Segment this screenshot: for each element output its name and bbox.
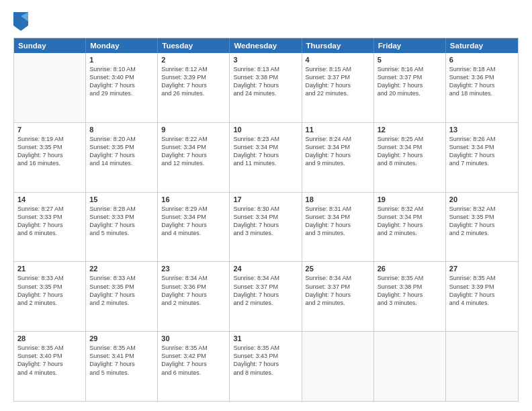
calendar-row-4: 28Sunrise: 8:35 AM Sunset: 3:40 PM Dayli… bbox=[14, 331, 518, 401]
cell-text: Sunrise: 8:35 AM Sunset: 3:40 PM Dayligh… bbox=[17, 344, 82, 377]
day-number: 3 bbox=[233, 56, 298, 64]
cell-text: Sunrise: 8:31 AM Sunset: 3:34 PM Dayligh… bbox=[306, 205, 370, 238]
header-day-friday: Friday bbox=[374, 38, 446, 53]
page: SundayMondayTuesdayWednesdayThursdayFrid… bbox=[0, 0, 532, 411]
day-number: 6 bbox=[449, 56, 515, 64]
cell-text: Sunrise: 8:34 AM Sunset: 3:36 PM Dayligh… bbox=[161, 274, 226, 307]
cell-text: Sunrise: 8:12 AM Sunset: 3:39 PM Dayligh… bbox=[161, 65, 226, 98]
calendar-row-0: 1Sunrise: 8:10 AM Sunset: 3:40 PM Daylig… bbox=[14, 53, 518, 122]
cell-text: Sunrise: 8:22 AM Sunset: 3:34 PM Dayligh… bbox=[161, 135, 226, 168]
cal-cell: 29Sunrise: 8:35 AM Sunset: 3:41 PM Dayli… bbox=[86, 332, 158, 401]
day-number: 1 bbox=[89, 56, 154, 64]
cell-text: Sunrise: 8:16 AM Sunset: 3:37 PM Dayligh… bbox=[378, 65, 442, 98]
cell-text: Sunrise: 8:15 AM Sunset: 3:37 PM Dayligh… bbox=[306, 65, 370, 98]
day-number: 9 bbox=[161, 126, 226, 134]
cell-text: Sunrise: 8:35 AM Sunset: 3:38 PM Dayligh… bbox=[378, 274, 442, 307]
day-number: 15 bbox=[89, 195, 154, 203]
cal-cell: 8Sunrise: 8:20 AM Sunset: 3:35 PM Daylig… bbox=[86, 123, 158, 192]
day-number: 10 bbox=[233, 126, 298, 134]
cal-cell: 11Sunrise: 8:24 AM Sunset: 3:34 PM Dayli… bbox=[302, 123, 374, 192]
cal-cell: 3Sunrise: 8:13 AM Sunset: 3:38 PM Daylig… bbox=[230, 53, 302, 122]
cell-text: Sunrise: 8:23 AM Sunset: 3:34 PM Dayligh… bbox=[233, 135, 298, 168]
cal-cell: 30Sunrise: 8:35 AM Sunset: 3:42 PM Dayli… bbox=[158, 332, 230, 401]
day-number: 16 bbox=[161, 195, 226, 203]
day-number: 11 bbox=[306, 126, 370, 134]
cell-text: Sunrise: 8:29 AM Sunset: 3:34 PM Dayligh… bbox=[161, 205, 226, 238]
header-day-wednesday: Wednesday bbox=[230, 38, 302, 53]
cell-text: Sunrise: 8:26 AM Sunset: 3:34 PM Dayligh… bbox=[449, 135, 515, 168]
cal-cell: 26Sunrise: 8:35 AM Sunset: 3:38 PM Dayli… bbox=[374, 262, 446, 331]
day-number: 13 bbox=[449, 126, 515, 134]
cal-cell bbox=[446, 332, 518, 401]
logo bbox=[13, 12, 31, 31]
cal-cell: 14Sunrise: 8:27 AM Sunset: 3:33 PM Dayli… bbox=[14, 193, 86, 262]
cal-cell: 9Sunrise: 8:22 AM Sunset: 3:34 PM Daylig… bbox=[158, 123, 230, 192]
calendar-body: 1Sunrise: 8:10 AM Sunset: 3:40 PM Daylig… bbox=[14, 53, 518, 401]
calendar-row-1: 7Sunrise: 8:19 AM Sunset: 3:35 PM Daylig… bbox=[14, 122, 518, 192]
header-day-monday: Monday bbox=[86, 38, 158, 53]
header bbox=[13, 12, 519, 31]
cal-cell: 28Sunrise: 8:35 AM Sunset: 3:40 PM Dayli… bbox=[14, 332, 86, 401]
cell-text: Sunrise: 8:19 AM Sunset: 3:35 PM Dayligh… bbox=[17, 135, 82, 168]
cal-cell: 16Sunrise: 8:29 AM Sunset: 3:34 PM Dayli… bbox=[158, 193, 230, 262]
cal-cell: 31Sunrise: 8:35 AM Sunset: 3:43 PM Dayli… bbox=[230, 332, 302, 401]
cell-text: Sunrise: 8:30 AM Sunset: 3:34 PM Dayligh… bbox=[233, 205, 298, 238]
cal-cell: 10Sunrise: 8:23 AM Sunset: 3:34 PM Dayli… bbox=[230, 123, 302, 192]
cal-cell: 2Sunrise: 8:12 AM Sunset: 3:39 PM Daylig… bbox=[158, 53, 230, 122]
cell-text: Sunrise: 8:25 AM Sunset: 3:34 PM Dayligh… bbox=[378, 135, 442, 168]
cell-text: Sunrise: 8:34 AM Sunset: 3:37 PM Dayligh… bbox=[306, 274, 370, 307]
cell-text: Sunrise: 8:27 AM Sunset: 3:33 PM Dayligh… bbox=[17, 205, 82, 238]
day-number: 27 bbox=[449, 265, 515, 273]
cal-cell: 18Sunrise: 8:31 AM Sunset: 3:34 PM Dayli… bbox=[302, 193, 374, 262]
cell-text: Sunrise: 8:35 AM Sunset: 3:41 PM Dayligh… bbox=[89, 344, 154, 377]
cal-cell: 7Sunrise: 8:19 AM Sunset: 3:35 PM Daylig… bbox=[14, 123, 86, 192]
cell-text: Sunrise: 8:35 AM Sunset: 3:43 PM Dayligh… bbox=[233, 344, 298, 377]
cal-cell: 20Sunrise: 8:32 AM Sunset: 3:35 PM Dayli… bbox=[446, 193, 518, 262]
cal-cell: 22Sunrise: 8:33 AM Sunset: 3:35 PM Dayli… bbox=[86, 262, 158, 331]
day-number: 28 bbox=[17, 334, 82, 342]
cell-text: Sunrise: 8:13 AM Sunset: 3:38 PM Dayligh… bbox=[233, 65, 298, 98]
calendar: SundayMondayTuesdayWednesdayThursdayFrid… bbox=[13, 38, 519, 402]
day-number: 8 bbox=[89, 126, 154, 134]
cal-cell bbox=[14, 53, 86, 122]
cell-text: Sunrise: 8:28 AM Sunset: 3:33 PM Dayligh… bbox=[89, 205, 154, 238]
cell-text: Sunrise: 8:20 AM Sunset: 3:35 PM Dayligh… bbox=[89, 135, 154, 168]
day-number: 5 bbox=[378, 56, 442, 64]
day-number: 4 bbox=[306, 56, 370, 64]
cell-text: Sunrise: 8:24 AM Sunset: 3:34 PM Dayligh… bbox=[306, 135, 370, 168]
day-number: 20 bbox=[449, 195, 515, 203]
day-number: 18 bbox=[306, 195, 370, 203]
cal-cell bbox=[302, 332, 374, 401]
cell-text: Sunrise: 8:33 AM Sunset: 3:35 PM Dayligh… bbox=[17, 274, 82, 307]
day-number: 12 bbox=[378, 126, 442, 134]
cell-text: Sunrise: 8:32 AM Sunset: 3:35 PM Dayligh… bbox=[449, 205, 515, 238]
calendar-header: SundayMondayTuesdayWednesdayThursdayFrid… bbox=[14, 38, 518, 53]
cal-cell: 15Sunrise: 8:28 AM Sunset: 3:33 PM Dayli… bbox=[86, 193, 158, 262]
day-number: 30 bbox=[161, 334, 226, 342]
header-day-tuesday: Tuesday bbox=[158, 38, 230, 53]
day-number: 14 bbox=[17, 195, 82, 203]
cell-text: Sunrise: 8:32 AM Sunset: 3:34 PM Dayligh… bbox=[378, 205, 442, 238]
day-number: 7 bbox=[17, 126, 82, 134]
cell-text: Sunrise: 8:33 AM Sunset: 3:35 PM Dayligh… bbox=[89, 274, 154, 307]
day-number: 24 bbox=[233, 265, 298, 273]
logo-icon bbox=[13, 12, 28, 31]
day-number: 19 bbox=[378, 195, 442, 203]
day-number: 23 bbox=[161, 265, 226, 273]
cell-text: Sunrise: 8:10 AM Sunset: 3:40 PM Dayligh… bbox=[89, 65, 154, 98]
calendar-row-3: 21Sunrise: 8:33 AM Sunset: 3:35 PM Dayli… bbox=[14, 261, 518, 331]
header-day-thursday: Thursday bbox=[302, 38, 374, 53]
day-number: 29 bbox=[89, 334, 154, 342]
cal-cell: 12Sunrise: 8:25 AM Sunset: 3:34 PM Dayli… bbox=[374, 123, 446, 192]
cal-cell: 21Sunrise: 8:33 AM Sunset: 3:35 PM Dayli… bbox=[14, 262, 86, 331]
header-day-sunday: Sunday bbox=[14, 38, 86, 53]
cell-text: Sunrise: 8:34 AM Sunset: 3:37 PM Dayligh… bbox=[233, 274, 298, 307]
cal-cell: 1Sunrise: 8:10 AM Sunset: 3:40 PM Daylig… bbox=[86, 53, 158, 122]
cell-text: Sunrise: 8:35 AM Sunset: 3:42 PM Dayligh… bbox=[161, 344, 226, 377]
day-number: 22 bbox=[89, 265, 154, 273]
cell-text: Sunrise: 8:18 AM Sunset: 3:36 PM Dayligh… bbox=[449, 65, 515, 98]
day-number: 2 bbox=[161, 56, 226, 64]
calendar-row-2: 14Sunrise: 8:27 AM Sunset: 3:33 PM Dayli… bbox=[14, 192, 518, 262]
cal-cell: 4Sunrise: 8:15 AM Sunset: 3:37 PM Daylig… bbox=[302, 53, 374, 122]
cell-text: Sunrise: 8:35 AM Sunset: 3:39 PM Dayligh… bbox=[449, 274, 515, 307]
